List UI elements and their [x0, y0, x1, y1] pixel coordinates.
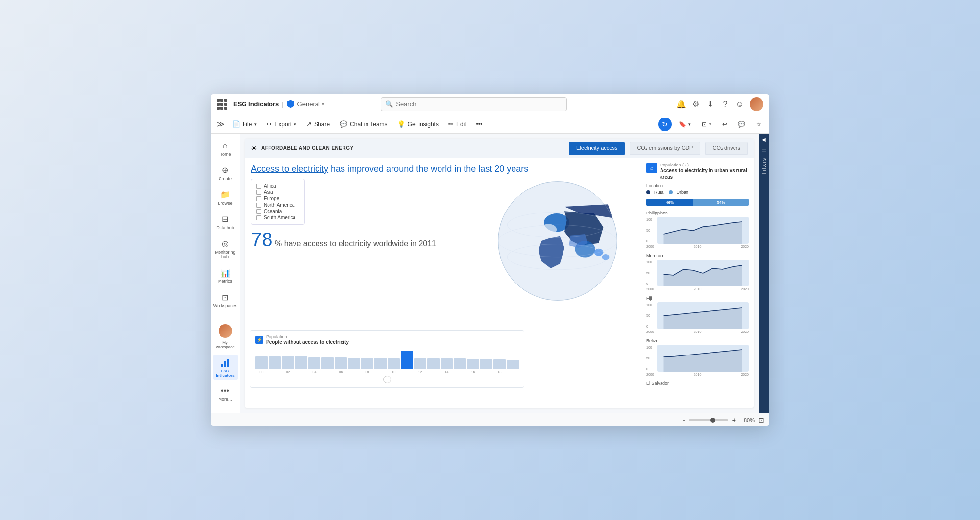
stat-suffix: % have access to electricity worldwide i…	[275, 239, 436, 248]
bar-item-2019[interactable]	[507, 347, 519, 369]
right-panel-header: ⌂ Population (%) Access to electricity i…	[646, 163, 749, 180]
bar-item-2005[interactable]	[321, 347, 334, 369]
fit-page-button[interactable]: ⊡	[759, 416, 764, 424]
sidebar-item-datahub[interactable]: ⊟ Data hub	[213, 211, 238, 234]
datahub-icon: ⊟	[220, 214, 231, 225]
bar-label-2001	[269, 370, 281, 374]
tab-co2-gdp[interactable]: CO₂ emissions by GDP	[630, 142, 700, 155]
sidebar-item-metrics[interactable]: 📊 Metrics	[213, 264, 238, 287]
zoom-minus-button[interactable]: -	[683, 416, 685, 424]
bar-item-2008[interactable]	[361, 347, 373, 369]
sidebar-item-monitoring[interactable]: ◎ Monitoring hub	[213, 236, 238, 263]
bar-item-2009[interactable]	[374, 347, 387, 369]
tab-electricity[interactable]: Electricity access	[569, 142, 625, 155]
bar-item-2016[interactable]	[467, 347, 479, 369]
bar-item-2001[interactable]	[269, 347, 281, 369]
file-button[interactable]: 📄 File ▾	[228, 118, 261, 131]
toolbar-right: ↻ 🔖 ▾ ⊡ ▾ ↩ 💬 ☆	[658, 118, 765, 131]
bar-item-2011[interactable]	[401, 347, 413, 369]
sidebar-item-home[interactable]: ⌂ Home	[213, 138, 238, 160]
bar-item-2014[interactable]	[441, 347, 453, 369]
view-button[interactable]: ⊡ ▾	[698, 118, 715, 131]
zoom-plus-button[interactable]: +	[732, 416, 736, 424]
left-sidebar: ⌂ Home ⊕ Create 📁 Browse ⊟ Data hub ◎ Mo…	[211, 134, 240, 413]
bookmark-button[interactable]: 🔖 ▾	[675, 118, 695, 131]
sidebar-item-myworkspace[interactable]: My workspace	[213, 319, 238, 353]
fiji-chart	[657, 302, 749, 329]
bar-label-2004: 04	[308, 370, 320, 374]
export-button[interactable]: ↦ Export ▾	[263, 118, 300, 131]
sidebar-label-metrics: Metrics	[218, 279, 232, 284]
scroll-indicator[interactable]	[255, 376, 519, 383]
bar-item-2004[interactable]	[308, 347, 320, 369]
get-insights-button[interactable]: 💡 Get insights	[393, 118, 442, 131]
bar-item-2015[interactable]	[454, 347, 466, 369]
headline-link[interactable]: Access to electricity	[251, 164, 328, 174]
bar-label-2019	[507, 370, 519, 374]
settings-icon[interactable]: ⚙	[691, 99, 701, 109]
zoom-level: 80%	[740, 417, 755, 423]
search-box[interactable]: 🔍	[381, 97, 567, 111]
sidebar-label-esg: ESG Indicators	[215, 369, 236, 378]
edit-button[interactable]: ✏ Edit	[444, 118, 470, 131]
more-button[interactable]: •••	[472, 118, 487, 131]
workspaces-icon: ⊡	[220, 292, 231, 303]
chevron-down-icon: ▾	[294, 122, 296, 127]
tab-co2-drivers[interactable]: CO₂ drivers	[705, 142, 748, 155]
bar-item-2006[interactable]	[335, 347, 347, 369]
refresh-button[interactable]: ↻	[658, 118, 672, 131]
bar-item-2010[interactable]	[388, 347, 400, 369]
legend-item-north-america[interactable]: North America	[256, 202, 299, 208]
sidebar-label-browse: Browse	[218, 201, 232, 206]
share-button[interactable]: ↗ Share	[302, 118, 334, 131]
undo-button[interactable]: ↩	[718, 118, 731, 131]
chevron-down-icon: ▾	[709, 122, 711, 127]
star-button[interactable]: ☆	[752, 118, 765, 131]
legend-item-south-america[interactable]: South America	[256, 215, 299, 220]
legend-item-asia[interactable]: Asia	[256, 189, 299, 195]
bar-item-2013[interactable]	[427, 347, 440, 369]
legend-item-africa[interactable]: Africa	[256, 183, 299, 189]
report-container: ☀ AFFORDABLE AND CLEAN ENERGY Electricit…	[245, 139, 754, 408]
nav-expand-button[interactable]: ≫	[215, 118, 226, 130]
waffle-icon[interactable]	[217, 99, 227, 110]
user-avatar[interactable]	[750, 97, 763, 111]
zoom-slider[interactable]	[689, 419, 728, 421]
zoom-thumb[interactable]	[710, 418, 715, 423]
chat-teams-button[interactable]: 💬 Chat in Teams	[336, 118, 391, 131]
legend-item-oceania[interactable]: Oceania	[256, 209, 299, 214]
bar-item-2000[interactable]	[255, 347, 268, 369]
sidebar-item-create[interactable]: ⊕ Create	[213, 162, 238, 185]
sidebar-item-esg[interactable]: ESG Indicators	[213, 355, 238, 381]
notification-icon[interactable]: 🔔	[676, 99, 686, 109]
morocco-label: Morocco	[646, 253, 749, 258]
metrics-icon: 📊	[220, 267, 231, 278]
panel-population-label: Population (%)	[660, 163, 749, 167]
legend-item-europe[interactable]: Europe	[256, 196, 299, 201]
emoji-icon[interactable]: ☺	[735, 99, 745, 109]
sidebar-item-browse[interactable]: 📁 Browse	[213, 187, 238, 209]
share-icon: ↗	[306, 120, 312, 128]
comment-button[interactable]: 💬	[734, 118, 749, 131]
bar-item-2007[interactable]	[348, 347, 360, 369]
download-icon[interactable]: ⬇	[706, 99, 715, 109]
sidebar-item-more[interactable]: ••• More...	[213, 382, 238, 405]
bar-label-2010: 10	[388, 370, 400, 374]
monitoring-icon: ◎	[220, 238, 231, 249]
help-icon[interactable]: ?	[720, 99, 730, 109]
population-icon: ⚡	[255, 336, 263, 344]
bar-item-2018[interactable]	[493, 347, 506, 369]
bar-item-2002[interactable]	[282, 347, 294, 369]
bar-item-2003[interactable]	[295, 347, 307, 369]
search-input[interactable]	[396, 100, 563, 108]
filters-panel[interactable]: ◀ ⚌ Filters	[759, 134, 769, 413]
philippines-axis: 2000 2010 2020	[646, 245, 749, 248]
sidebar-label-monitoring: Monitoring hub	[215, 250, 236, 260]
rural-label: Rural	[654, 190, 665, 195]
bar-item-2017[interactable]	[480, 347, 492, 369]
bar-item-2012[interactable]	[414, 347, 426, 369]
sidebar-item-workspaces[interactable]: ⊡ Workspaces	[213, 289, 238, 311]
app-window: ESG Indicators | General ▾ 🔍 🔔 ⚙ ⬇ ? ☺ ≫…	[211, 94, 769, 426]
population-subtitle: People without access to electricity	[266, 339, 349, 345]
breadcrumb-main[interactable]: ESG Indicators	[233, 100, 279, 108]
